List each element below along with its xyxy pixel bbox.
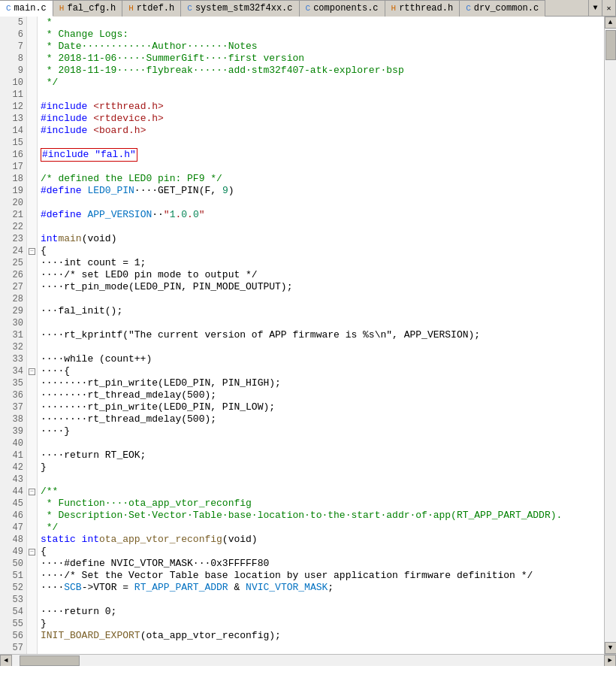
code-line: #define APP_VERSION··"1.0.0" <box>41 209 604 221</box>
fold-marker <box>27 353 37 365</box>
code-line <box>41 137 604 149</box>
fold-marker <box>27 642 37 654</box>
tab-close-button[interactable]: ✕ <box>602 0 616 17</box>
line-number: 14 <box>0 125 26 137</box>
tab-file-icon: H <box>128 4 134 13</box>
tab-components-c[interactable]: C components.c <box>300 0 385 17</box>
scroll-left-button[interactable]: ◄ <box>0 655 12 667</box>
code-line: /* defined the LED0 pin: PF9 */ <box>41 173 604 185</box>
line-number: 7 <box>0 41 26 53</box>
code-line: ····rt_pin_mode(LED0_PIN, PIN_MODE_OUTPU… <box>41 281 604 293</box>
fold-marker <box>27 401 37 413</box>
code-line: #include <rtthread.h> <box>41 101 604 113</box>
tab-main-c[interactable]: C main.c <box>0 0 53 17</box>
fold-marker <box>27 558 37 570</box>
code-line: } <box>41 618 604 630</box>
scroll-up-button[interactable]: ▲ <box>605 17 617 29</box>
tab-overflow-button[interactable]: ▼ <box>589 0 602 17</box>
line-number: 51 <box>0 570 26 582</box>
fold-marker <box>27 317 37 329</box>
tab-drv-common-c[interactable]: C drv_common.c <box>460 0 545 17</box>
line-number: 55 <box>0 618 26 630</box>
fold-marker <box>27 125 37 137</box>
code-line <box>41 317 604 329</box>
line-number: 20 <box>0 197 26 209</box>
code-line <box>41 161 604 173</box>
fold-marker <box>27 510 37 522</box>
tab-fal-cfg-h[interactable]: H fal_cfg.h <box>53 0 122 17</box>
fold-marker <box>27 582 37 594</box>
fold-marker <box>27 425 37 437</box>
code-line: * <box>41 17 604 29</box>
code-line: ····SCB->VTOR = RT_APP_PART_ADDR & NVIC_… <box>41 582 604 594</box>
line-number: 23 <box>0 233 26 245</box>
line-number: 39 <box>0 425 26 437</box>
editor: 5678910111213141516171819202122232425262… <box>0 17 616 666</box>
horizontal-scrollbar[interactable]: ◄ ► <box>0 654 616 666</box>
scroll-right-button[interactable]: ► <box>604 655 616 667</box>
line-number: 52 <box>0 582 26 594</box>
line-number: 34 <box>0 365 26 377</box>
fold-marker <box>27 618 37 630</box>
fold-marker <box>27 137 37 149</box>
fold-marker <box>27 149 37 161</box>
fold-marker <box>27 41 37 53</box>
tab-label: fal_cfg.h <box>67 3 116 14</box>
tab-rtthread-h[interactable]: H rtthread.h <box>385 0 460 17</box>
scroll-h-thumb[interactable] <box>20 655 80 666</box>
fold-marker[interactable]: − <box>27 365 37 377</box>
fold-marker <box>27 161 37 173</box>
line-number: 44 <box>0 486 26 498</box>
fold-marker <box>27 233 37 245</box>
scroll-h-track[interactable] <box>12 655 604 666</box>
fold-marker[interactable]: − <box>27 245 37 257</box>
line-number: 45 <box>0 498 26 510</box>
fold-marker <box>27 53 37 65</box>
code-line: #include "fal.h" <box>41 149 604 161</box>
code-line: * 2018-11-19·····flybreak······add·stm32… <box>41 65 604 77</box>
fold-marker <box>27 77 37 89</box>
fold-marker <box>27 413 37 425</box>
fold-marker <box>27 101 37 113</box>
line-number: 15 <box>0 137 26 149</box>
tab-file-icon: C <box>306 4 311 13</box>
line-number: 27 <box>0 281 26 293</box>
code-line: /** <box>41 486 604 498</box>
code-area[interactable]: * * Change Logs: * Date············Autho… <box>38 17 604 654</box>
fold-marker <box>27 606 37 618</box>
fold-marker <box>27 269 37 281</box>
line-number: 10 <box>0 77 26 89</box>
line-number: 24 <box>0 245 26 257</box>
fold-marker[interactable]: − <box>27 486 37 498</box>
vertical-scrollbar[interactable]: ▲ ▼ <box>604 17 616 654</box>
code-line: ···fal_init(); <box>41 305 604 317</box>
code-line: */ <box>41 522 604 534</box>
code-line <box>41 474 604 486</box>
line-number: 9 <box>0 65 26 77</box>
fold-marker <box>27 173 37 185</box>
fold-marker <box>27 630 37 642</box>
code-line: INIT_BOARD_EXPORT(ota_app_vtor_reconfig)… <box>41 630 604 642</box>
fold-marker <box>27 305 37 317</box>
code-line: #include <rtdevice.h> <box>41 113 604 125</box>
fold-marker <box>27 522 37 534</box>
scroll-down-button[interactable]: ▼ <box>605 642 617 654</box>
code-line: ········rt_thread_mdelay(500); <box>41 413 604 425</box>
fold-marker[interactable]: − <box>27 546 37 558</box>
line-number: 26 <box>0 269 26 281</box>
code-line <box>41 89 604 101</box>
scroll-thumb[interactable] <box>605 30 616 60</box>
line-number: 16 <box>0 149 26 161</box>
tab-file-icon: H <box>59 4 65 13</box>
tab-rtdef-h[interactable]: H rtdef.h <box>122 0 181 17</box>
code-line: */ <box>41 77 604 89</box>
code-line <box>41 437 604 449</box>
code-line: #include <board.h> <box>41 125 604 137</box>
code-line: ····rt_kprintf("The current version of A… <box>41 329 604 341</box>
fold-marker <box>27 113 37 125</box>
code-line: { <box>41 546 604 558</box>
fold-marker <box>27 462 37 474</box>
line-number: 6 <box>0 29 26 41</box>
tab-system-stm32[interactable]: C system_stm32f4xx.c <box>181 0 299 17</box>
code-line: * Function····ota_app_vtor_reconfig <box>41 498 604 510</box>
